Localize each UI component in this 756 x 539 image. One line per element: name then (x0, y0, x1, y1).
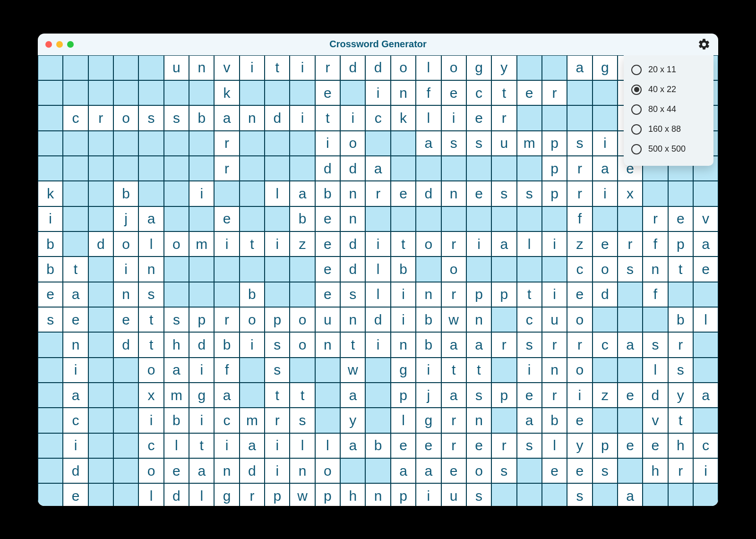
letter-cell[interactable]: d (643, 383, 668, 408)
letter-cell[interactable]: p (542, 156, 567, 181)
letter-cell[interactable]: c (466, 80, 491, 105)
letter-cell[interactable]: d (365, 307, 390, 332)
letter-cell[interactable]: t (315, 105, 340, 130)
letter-cell[interactable]: n (365, 483, 390, 505)
blocked-cell[interactable] (491, 358, 516, 383)
blocked-cell[interactable] (189, 282, 214, 307)
blocked-cell[interactable] (441, 156, 466, 181)
letter-cell[interactable]: r (618, 231, 643, 257)
blocked-cell[interactable] (63, 55, 88, 80)
blocked-cell[interactable] (593, 358, 618, 383)
blocked-cell[interactable] (668, 483, 693, 505)
blocked-cell[interactable] (164, 206, 189, 231)
letter-cell[interactable]: w (441, 307, 466, 332)
size-option[interactable]: 40 x 22 (630, 80, 707, 100)
blocked-cell[interactable] (88, 80, 113, 105)
letter-cell[interactable]: e (441, 80, 466, 105)
letter-cell[interactable]: a (391, 458, 416, 483)
letter-cell[interactable]: e (618, 383, 643, 408)
letter-cell[interactable]: i (189, 358, 214, 383)
letter-cell[interactable]: l (189, 483, 214, 505)
letter-cell[interactable]: e (416, 433, 441, 458)
letter-cell[interactable]: k (214, 80, 239, 105)
blocked-cell[interactable] (542, 483, 567, 505)
blocked-cell[interactable] (113, 80, 138, 105)
letter-cell[interactable]: d (63, 458, 88, 483)
letter-cell[interactable]: s (567, 483, 592, 505)
blocked-cell[interactable] (542, 55, 567, 80)
letter-cell[interactable]: e (593, 231, 618, 257)
blocked-cell[interactable] (38, 433, 63, 458)
letter-cell[interactable]: t (138, 307, 163, 332)
blocked-cell[interactable] (290, 358, 315, 383)
letter-cell[interactable]: e (693, 257, 718, 282)
blocked-cell[interactable] (38, 408, 63, 433)
letter-cell[interactable]: l (391, 408, 416, 433)
letter-cell[interactable]: d (113, 332, 138, 357)
letter-cell[interactable]: s (517, 433, 542, 458)
letter-cell[interactable]: e (164, 458, 189, 483)
letter-cell[interactable]: i (365, 231, 390, 257)
letter-cell[interactable]: e (618, 433, 643, 458)
blocked-cell[interactable] (416, 257, 441, 282)
blocked-cell[interactable] (189, 131, 214, 156)
blocked-cell[interactable] (340, 458, 365, 483)
blocked-cell[interactable] (88, 282, 113, 307)
letter-cell[interactable]: a (214, 105, 239, 130)
blocked-cell[interactable] (517, 156, 542, 181)
letter-cell[interactable]: a (340, 433, 365, 458)
blocked-cell[interactable] (38, 458, 63, 483)
letter-cell[interactable]: a (618, 483, 643, 505)
blocked-cell[interactable] (38, 105, 63, 130)
letter-cell[interactable]: i (214, 433, 239, 458)
letter-cell[interactable]: i (441, 105, 466, 130)
letter-cell[interactable]: d (340, 156, 365, 181)
blocked-cell[interactable] (38, 131, 63, 156)
blocked-cell[interactable] (240, 206, 265, 231)
letter-cell[interactable]: w (290, 483, 315, 505)
blocked-cell[interactable] (491, 483, 516, 505)
letter-cell[interactable]: r (668, 458, 693, 483)
blocked-cell[interactable] (265, 282, 290, 307)
letter-cell[interactable]: n (441, 181, 466, 206)
letter-cell[interactable]: a (138, 206, 163, 231)
blocked-cell[interactable] (693, 483, 718, 505)
letter-cell[interactable]: h (668, 433, 693, 458)
letter-cell[interactable]: l (138, 231, 163, 257)
blocked-cell[interactable] (113, 55, 138, 80)
letter-cell[interactable]: l (164, 433, 189, 458)
blocked-cell[interactable] (113, 483, 138, 505)
letter-cell[interactable]: a (340, 383, 365, 408)
letter-cell[interactable]: l (542, 433, 567, 458)
blocked-cell[interactable] (88, 458, 113, 483)
letter-cell[interactable]: r (491, 433, 516, 458)
letter-cell[interactable]: r (567, 181, 592, 206)
letter-cell[interactable]: c (567, 257, 592, 282)
letter-cell[interactable]: x (138, 383, 163, 408)
letter-cell[interactable]: f (643, 231, 668, 257)
letter-cell[interactable]: t (668, 408, 693, 433)
letter-cell[interactable]: s (340, 282, 365, 307)
blocked-cell[interactable] (38, 358, 63, 383)
letter-cell[interactable]: n (340, 307, 365, 332)
letter-cell[interactable]: p (315, 483, 340, 505)
letter-cell[interactable]: l (265, 181, 290, 206)
blocked-cell[interactable] (315, 383, 340, 408)
blocked-cell[interactable] (240, 358, 265, 383)
letter-cell[interactable]: k (38, 181, 63, 206)
blocked-cell[interactable] (113, 433, 138, 458)
letter-cell[interactable]: z (567, 231, 592, 257)
letter-cell[interactable]: l (138, 483, 163, 505)
blocked-cell[interactable] (265, 156, 290, 181)
letter-cell[interactable]: s (138, 105, 163, 130)
blocked-cell[interactable] (240, 156, 265, 181)
letter-cell[interactable]: e (466, 105, 491, 130)
blocked-cell[interactable] (164, 80, 189, 105)
letter-cell[interactable]: t (63, 257, 88, 282)
letter-cell[interactable]: i (265, 458, 290, 483)
letter-cell[interactable]: b (164, 408, 189, 433)
blocked-cell[interactable] (466, 156, 491, 181)
blocked-cell[interactable] (618, 282, 643, 307)
letter-cell[interactable]: e (643, 433, 668, 458)
letter-cell[interactable]: p (668, 231, 693, 257)
